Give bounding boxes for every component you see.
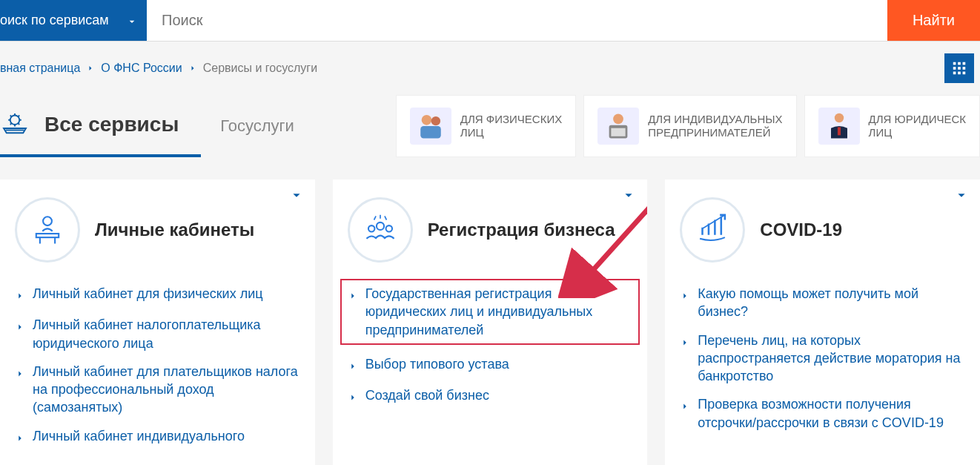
- chevron-down-icon: [953, 187, 970, 203]
- chevron-right-icon: [86, 64, 95, 73]
- card-title: Регистрация бизнеса: [428, 220, 615, 240]
- breadcrumb-link-home[interactable]: вная страница: [0, 62, 80, 75]
- card-covid19: COVID-19 Какую помощь может получить мой…: [665, 179, 980, 465]
- svg-rect-6: [953, 72, 956, 75]
- list-item-highlighted: Государственная регистрация юридических …: [340, 279, 640, 345]
- chevron-right-icon: [188, 64, 197, 73]
- svg-rect-5: [963, 67, 966, 70]
- list-item: Проверка возможности получения отсрочки/…: [680, 395, 965, 432]
- card-header: Личные кабинеты: [15, 197, 300, 263]
- card-collapse-toggle[interactable]: [288, 187, 305, 206]
- svg-rect-15: [612, 128, 626, 136]
- link-charter-choice[interactable]: Выбор типового устава: [365, 355, 509, 373]
- list-item: Личный кабинет для плательщиков налога н…: [15, 363, 300, 417]
- svg-rect-1: [958, 62, 961, 65]
- link-business-help[interactable]: Какую помощь может получить мой бизнес?: [698, 285, 965, 321]
- person-desk-icon: [15, 197, 80, 263]
- audience-label: Для юридическлиц: [869, 113, 966, 139]
- audience-label: Для физическихлиц: [460, 113, 562, 139]
- card-collapse-toggle[interactable]: [620, 187, 637, 206]
- card-link-list: Какую помощь может получить мой бизнес? …: [680, 285, 965, 432]
- chevron-down-icon: [126, 16, 136, 26]
- list-item: Личный кабинет налогоплательщика юридиче…: [15, 316, 300, 352]
- team-icon: [348, 197, 413, 263]
- cards-row: Личные кабинеты Личный кабинет для физич…: [0, 157, 980, 465]
- service-search-dropdown[interactable]: оиск по сервисам: [0, 0, 147, 41]
- card-personal-accounts: Личные кабинеты Личный кабинет для физич…: [0, 179, 315, 465]
- chevron-right-icon: [680, 334, 690, 352]
- breadcrumb: вная страница О ФНС России Сервисы и гос…: [0, 62, 944, 75]
- audience-tab-legal[interactable]: Для юридическлиц: [804, 95, 980, 157]
- grid-view-button[interactable]: [944, 53, 974, 83]
- chevron-right-icon: [348, 288, 358, 306]
- chevron-down-icon: [288, 187, 305, 203]
- svg-rect-2: [963, 62, 966, 65]
- svg-point-18: [43, 217, 52, 225]
- card-link-list: Государственная регистрация юридических …: [348, 279, 633, 407]
- audience-label: Для индивидуальныхпредпринимателей: [648, 113, 782, 139]
- link-lk-legal[interactable]: Личный кабинет налогоплательщика юридиче…: [33, 316, 300, 352]
- breadcrumb-link-about[interactable]: О ФНС России: [101, 62, 182, 75]
- svg-point-20: [368, 225, 374, 231]
- card-header: Регистрация бизнеса: [348, 197, 633, 263]
- businessman-icon: [818, 108, 860, 145]
- svg-rect-12: [420, 126, 441, 139]
- gear-icon: [0, 110, 30, 139]
- link-state-registration[interactable]: Государственная регистрация юридических …: [365, 285, 633, 339]
- link-lk-self-employed[interactable]: Личный кабинет для плательщиков налога н…: [33, 363, 300, 417]
- link-lk-individual-entrepreneur[interactable]: Личный кабинет индивидуального: [33, 427, 245, 445]
- audience-tab-individuals[interactable]: Для физическихлиц: [396, 95, 576, 157]
- svg-rect-4: [958, 67, 961, 70]
- link-moratorium-list[interactable]: Перечень лиц, на которых распространяетс…: [698, 332, 965, 386]
- svg-point-13: [613, 114, 623, 125]
- tab-title: Все сервисы: [44, 113, 179, 136]
- card-title: COVID-19: [760, 220, 842, 240]
- list-item: Перечень лиц, на которых распространяетс…: [680, 332, 965, 386]
- svg-point-21: [377, 222, 384, 230]
- svg-point-16: [834, 113, 843, 122]
- tab-gosuslugi[interactable]: Госуслуги: [208, 95, 306, 157]
- svg-point-10: [421, 115, 431, 125]
- link-deferment-check[interactable]: Проверка возможности получения отсрочки/…: [698, 395, 965, 432]
- people-icon: [410, 108, 451, 145]
- search-button[interactable]: Найти: [887, 0, 980, 41]
- chevron-right-icon: [348, 389, 358, 407]
- chevron-down-icon: [620, 187, 637, 203]
- dropdown-label: оиск по сервисам: [0, 13, 116, 28]
- audience-tab-entrepreneurs[interactable]: Для индивидуальныхпредпринимателей: [583, 95, 796, 157]
- svg-rect-7: [958, 72, 961, 75]
- grid-icon: [951, 60, 967, 76]
- chevron-right-icon: [15, 366, 25, 383]
- search-bar: оиск по сервисам Найти: [0, 0, 980, 42]
- svg-point-11: [431, 116, 440, 125]
- link-create-business[interactable]: Создай свой бизнес: [365, 386, 489, 404]
- svg-rect-19: [36, 234, 59, 237]
- link-lk-individuals[interactable]: Личный кабинет для физических лиц: [33, 285, 263, 303]
- svg-point-22: [385, 225, 391, 231]
- chevron-right-icon: [15, 430, 25, 448]
- list-item: Личный кабинет для физических лиц: [15, 285, 300, 306]
- tab-all-services[interactable]: Все сервисы: [0, 95, 201, 157]
- search-input[interactable]: [147, 0, 883, 41]
- chevron-right-icon: [680, 288, 690, 306]
- card-business-registration: Регистрация бизнеса Государственная реги…: [333, 179, 648, 465]
- breadcrumb-current: Сервисы и госуслуги: [203, 62, 317, 75]
- svg-rect-3: [953, 67, 956, 70]
- chevron-right-icon: [348, 358, 358, 376]
- breadcrumb-row: вная страница О ФНС России Сервисы и гос…: [0, 42, 980, 95]
- card-header: COVID-19: [680, 197, 965, 263]
- list-item: Какую помощь может получить мой бизнес?: [680, 285, 965, 321]
- tabs-row: Все сервисы Госуслуги Для физическихлиц …: [0, 95, 980, 157]
- svg-rect-8: [963, 72, 966, 75]
- list-item: Личный кабинет индивидуального: [15, 427, 300, 448]
- card-collapse-toggle[interactable]: [953, 187, 970, 206]
- card-link-list: Личный кабинет для физических лиц Личный…: [15, 285, 300, 448]
- svg-rect-0: [953, 62, 956, 65]
- chevron-right-icon: [15, 319, 25, 337]
- card-title: Личные кабинеты: [95, 220, 254, 240]
- svg-rect-17: [837, 127, 840, 135]
- list-item: Создай свой бизнес: [348, 386, 633, 407]
- spacer: [314, 95, 388, 157]
- chevron-right-icon: [680, 398, 690, 416]
- list-item: Выбор типового устава: [348, 355, 633, 376]
